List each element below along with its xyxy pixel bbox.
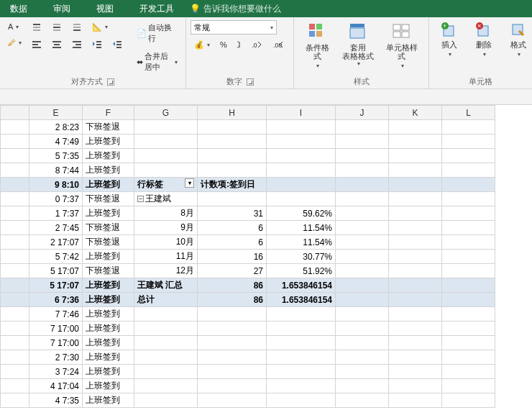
comma-format-button[interactable]: ⱹ — [234, 38, 244, 52]
svg-rect-21 — [116, 41, 121, 42]
svg-rect-12 — [52, 41, 61, 42]
format-button[interactable]: 格式▾ — [503, 20, 532, 60]
table-format-button[interactable]: 套用 表格格式 ▾ — [339, 20, 376, 68]
align-top-button[interactable] — [28, 20, 45, 35]
group-cells-label: 单元格 — [469, 76, 492, 87]
col-H[interactable]: H — [198, 106, 267, 120]
table-row[interactable]: 7 17:00上班签到 — [1, 336, 495, 350]
svg-rect-28 — [309, 31, 315, 37]
table-row[interactable]: 9 8:10上班签到行标签▾计数项:签到日 — [1, 178, 495, 192]
number-dialog-launcher[interactable] — [247, 78, 254, 86]
decrease-decimal-button[interactable]: .00 — [269, 37, 288, 52]
svg-rect-29 — [316, 31, 322, 37]
col-E[interactable]: E — [29, 106, 83, 120]
table-row[interactable]: 2 17:07下班签退10月611.54% — [1, 235, 495, 250]
table-row[interactable]: 1 7:37上班签到8月3159.62% — [1, 206, 495, 221]
chevron-down-icon: ▾ — [175, 59, 178, 65]
svg-rect-31 — [350, 28, 364, 38]
svg-rect-34 — [393, 32, 400, 37]
number-format-value: 常规 — [194, 22, 210, 33]
ribbon-tabs: 数据 审阅 视图 开发工具 💡 告诉我你想要做什么 — [0, 0, 532, 17]
insert-button[interactable]: + 插入▾ — [434, 20, 465, 60]
table-row[interactable]: 5 17:07上班签到王建斌 汇总861.653846154 — [1, 278, 495, 293]
conditional-format-button[interactable]: 条件格式▾ — [298, 20, 336, 72]
svg-rect-19 — [96, 44, 101, 45]
column-headers[interactable]: E F G H I J K L — [1, 106, 495, 120]
wrap-label: 自动换行 — [148, 22, 178, 44]
table-row[interactable]: 4 7:49上班签到 — [1, 135, 495, 149]
delete-button[interactable]: × 删除▾ — [468, 20, 500, 60]
svg-rect-22 — [116, 44, 121, 45]
align-left-button[interactable] — [28, 37, 45, 52]
table-format-icon — [348, 22, 368, 42]
tab-view[interactable]: 视图 — [86, 0, 124, 17]
svg-rect-2 — [33, 29, 40, 31]
col-G[interactable]: G — [134, 106, 198, 120]
formula-bar-area — [0, 89, 532, 105]
svg-rect-23 — [116, 47, 121, 48]
table-row[interactable]: 4 17:04上班签到 — [1, 379, 495, 393]
svg-rect-26 — [309, 24, 315, 29]
align-middle-button[interactable] — [48, 20, 65, 35]
svg-rect-27 — [316, 24, 322, 29]
lightbulb-icon: 💡 — [190, 4, 201, 14]
table-row[interactable]: 5 17:07下班签退12月2751.92% — [1, 264, 495, 278]
tell-me[interactable]: 💡 告诉我你想要做什么 — [184, 3, 287, 15]
svg-rect-0 — [33, 24, 40, 25]
col-F[interactable]: F — [83, 106, 134, 120]
col-K[interactable]: K — [389, 106, 442, 120]
tab-data[interactable]: 数据 — [0, 0, 37, 17]
table-row[interactable]: 7 17:00上班签到 — [1, 322, 495, 336]
align-bottom-button[interactable] — [68, 20, 86, 35]
align-right-button[interactable] — [68, 37, 86, 52]
table-row[interactable]: 2 7:45下班签退9月611.54% — [1, 221, 495, 235]
table-row[interactable]: 4 7:35上班签到 — [1, 393, 495, 408]
svg-rect-1 — [33, 27, 40, 28]
wrap-text-button[interactable]: 📄 自动换行 — [133, 20, 181, 46]
svg-rect-18 — [96, 41, 101, 42]
accounting-format-button[interactable]: 💰▾ — [191, 38, 214, 52]
svg-rect-13 — [54, 44, 60, 45]
cell-styles-button[interactable]: 单元格样式▾ — [380, 20, 424, 72]
col-I[interactable]: I — [267, 106, 336, 120]
svg-rect-33 — [402, 24, 409, 30]
group-align-label: 对齐方式 — [71, 76, 103, 87]
merge-label: 合并后居中 — [145, 51, 172, 73]
increase-decimal-button[interactable]: .0 — [247, 37, 266, 52]
pivot-filter-button[interactable]: ▾ — [185, 178, 194, 188]
select-all-corner[interactable] — [1, 106, 29, 120]
svg-rect-17 — [73, 47, 81, 48]
col-J[interactable]: J — [336, 106, 389, 120]
svg-text:+: + — [443, 22, 446, 29]
percent-format-button[interactable]: % — [216, 38, 231, 51]
table-row[interactable]: 0 7:37下班签退−王建斌 — [1, 192, 495, 206]
table-row[interactable]: 2 7:30上班签到 — [1, 350, 495, 365]
table-row[interactable]: 3 7:24上班签到 — [1, 365, 495, 379]
table-row[interactable]: 6 7:36上班签到总计861.653846154 — [1, 293, 495, 307]
svg-rect-15 — [73, 41, 81, 42]
number-format-select[interactable]: 常规 ▾ — [191, 20, 277, 35]
table-row[interactable]: 7 7:46上班签到 — [1, 307, 495, 322]
merge-center-button[interactable]: ⬌ 合并后居中 ▾ — [133, 49, 181, 75]
svg-rect-4 — [53, 27, 60, 28]
align-center-button[interactable] — [48, 37, 65, 52]
table-row[interactable]: 8 7:44上班签到 — [1, 163, 495, 178]
align-dialog-launcher[interactable] — [107, 78, 114, 86]
fill-color-button[interactable]: 🖉▾ — [4, 36, 25, 49]
table-row[interactable]: 5 7:42上班签到11月1630.77% — [1, 250, 495, 264]
tab-developer[interactable]: 开发工具 — [129, 0, 184, 17]
tab-review[interactable]: 审阅 — [43, 0, 81, 17]
worksheet[interactable]: E F G H I J K L 2 8:23下班签退4 7:49上班签到5 7:… — [0, 105, 532, 410]
group-cells: + 插入▾ × 删除▾ 格式▾ 单元格 — [429, 17, 532, 88]
svg-rect-30 — [350, 24, 364, 27]
decrease-indent-button[interactable] — [88, 37, 106, 51]
tell-me-label: 告诉我你想要做什么 — [203, 3, 281, 15]
svg-rect-7 — [73, 27, 81, 28]
font-button[interactable]: A▾ — [4, 20, 22, 33]
table-row[interactable]: 5 7:35上班签到 — [1, 149, 495, 163]
increase-indent-button[interactable] — [109, 37, 126, 51]
table-row[interactable]: 2 8:23下班签退 — [1, 120, 495, 135]
orientation-button[interactable]: 📐▾ — [88, 20, 111, 34]
collapse-icon[interactable]: − — [137, 196, 144, 202]
col-L[interactable]: L — [442, 106, 495, 120]
